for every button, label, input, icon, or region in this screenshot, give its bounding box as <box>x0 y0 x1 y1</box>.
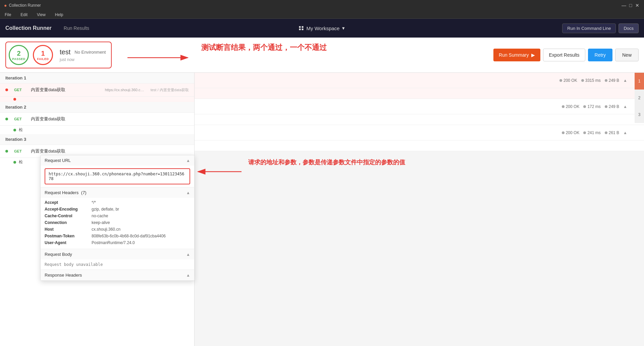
iter2-sub-label: 检 <box>19 127 23 133</box>
method-badge: GET <box>14 117 24 121</box>
right-sub-row-3 <box>195 140 644 151</box>
req-status-1: 200 OK 3315 ms 249 B <box>559 78 619 83</box>
run-environment: No Environment <box>74 50 106 55</box>
tab-run-results[interactable]: Run Results <box>60 19 93 38</box>
request-body-header[interactable]: Request Body ▲ <box>41 249 194 260</box>
menu-view[interactable]: View <box>35 12 48 18</box>
maximize-button[interactable]: □ <box>628 3 633 8</box>
iteration-1-header: Iteration 1 <box>0 73 194 83</box>
status-dot-failed <box>5 89 8 91</box>
body-collapse-icon: ▲ <box>186 252 190 257</box>
response-headers-collapse-icon: ▲ <box>186 273 190 278</box>
titlebar: ● Collection Runner — □ ✕ <box>0 0 644 11</box>
req-status-2: 200 OK 172 ms 249 B <box>562 104 619 109</box>
iter-badge-3[interactable]: 3 <box>635 106 644 123</box>
headers-collapse-icon: ▲ <box>186 190 190 195</box>
sub-status-dot-green-3 <box>13 161 16 164</box>
retry-button[interactable]: Retry <box>588 49 612 61</box>
header-row-accept: Accept */* <box>45 199 190 206</box>
iter3-sub-label: 检 <box>19 159 23 165</box>
iter-badge-1[interactable]: 1 <box>635 73 644 90</box>
sub-status-dot <box>13 98 16 101</box>
new-button[interactable]: New <box>615 49 639 61</box>
url-collapse-icon: ▲ <box>186 158 190 163</box>
table-row[interactable]: GET 内置变量data获取 <box>0 113 194 126</box>
req-status-3: 200 OK 241 ms 261 B <box>562 130 619 135</box>
status-dot-passed <box>5 118 8 120</box>
iteration-3-header: Iteration 3 <box>0 134 194 145</box>
stats-right-buttons: Run Summary ▶ Export Results Retry New <box>493 49 639 61</box>
app-icon: ● <box>4 3 7 8</box>
headers-table: Accept */* Accept-Encoding gzip, deflate… <box>41 198 194 249</box>
menu-help[interactable]: Help <box>53 12 65 18</box>
right-row-2[interactable]: 200 OK 172 ms 249 B ▲ <box>195 99 644 114</box>
header-row-postman-token: Postman-Token 808fe63b-6c0b-4b68-8c0d-da… <box>45 233 190 239</box>
workspace-label: My Workspace <box>307 25 340 31</box>
req-name: 内置变量data获取 <box>31 116 189 122</box>
run-summary-button[interactable]: Run Summary ▶ <box>493 49 540 61</box>
workspace-grid-icon <box>299 26 304 30</box>
size-dot-icon <box>605 79 607 82</box>
export-results-button[interactable]: Export Results <box>543 49 585 61</box>
menu-file[interactable]: File <box>3 12 13 18</box>
right-row-1[interactable]: 200 OK 3315 ms 249 B ▲ <box>195 73 644 88</box>
menubar: File Edit View Help <box>0 11 644 19</box>
annotation-arrow <box>127 51 195 64</box>
header-row-accept-encoding: Accept-Encoding gzip, deflate, br <box>45 206 190 213</box>
method-badge: GET <box>14 149 24 153</box>
header-row-cache-control: Cache-Control no-cache <box>45 213 190 219</box>
request-body-value: Request body unavailable <box>41 260 194 270</box>
response-headers-header[interactable]: Response Headers ▲ <box>41 270 194 280</box>
iter-badges: 1 2 3 <box>635 73 644 123</box>
request-body-section: Request Body ▲ Request body unavailable <box>41 249 194 270</box>
iteration-2-header: Iteration 2 <box>0 102 194 113</box>
annotation-text-1: 测试断言结果，两个通过，一个不通过 <box>201 43 327 53</box>
workspace-dropdown-icon: ▾ <box>342 25 345 31</box>
titlebar-controls: — □ ✕ <box>621 3 640 8</box>
app-header: Collection Runner Run Results My Workspa… <box>0 19 644 38</box>
close-button[interactable]: ✕ <box>635 3 640 8</box>
right-sub-row-2 <box>195 114 644 125</box>
main-content: 2 PASSED 1 FAILED test No Environment ju… <box>0 38 644 346</box>
header-row-user-agent: User-Agent PostmanRuntime/7.24.0 <box>45 239 190 246</box>
req-test: test / 内置变量data获取 <box>151 88 189 93</box>
collapse-icon[interactable]: ▲ <box>623 78 627 83</box>
collapse-icon-2[interactable]: ▲ <box>623 104 627 109</box>
passed-count: 2 <box>17 50 20 57</box>
titlebar-title: Collection Runner <box>9 3 621 8</box>
url-value: https://cx.shouji.360.cn/phonearea.php?n… <box>45 168 190 184</box>
request-headers-section: Request Headers (7) ▲ Accept */* Accept-… <box>41 187 194 249</box>
workspace-selector[interactable]: My Workspace ▾ <box>299 25 345 31</box>
run-info: test No Environment just now <box>60 48 106 62</box>
failed-circle: 1 FAILED <box>33 45 53 65</box>
request-url-header[interactable]: Request URL ▲ <box>41 155 194 166</box>
menu-edit[interactable]: Edit <box>18 12 30 18</box>
run-cmdline-button[interactable]: Run In Command Line <box>562 23 616 33</box>
status-dot-passed <box>5 150 8 153</box>
run-summary-arrow-icon: ▶ <box>531 52 535 58</box>
right-sub-row-1 <box>195 88 644 99</box>
header-row-connection: Connection keep-alive <box>45 219 190 226</box>
detail-panel: Request URL ▲ https://cx.shouji.360.cn/p… <box>40 155 195 281</box>
minimize-button[interactable]: — <box>621 3 627 8</box>
request-url-section: Request URL ▲ https://cx.shouji.360.cn/p… <box>41 155 194 187</box>
content-area: Iteration 1 GET 内置变量data获取 https://cx.sh… <box>0 73 644 346</box>
sub-status-dot-green <box>13 129 16 131</box>
req-name: 内置变量data获取 <box>31 148 189 154</box>
run-name: test <box>60 48 70 56</box>
docs-button[interactable]: Docs <box>619 23 639 33</box>
request-headers-header[interactable]: Request Headers (7) ▲ <box>41 187 194 198</box>
req-name: 内置变量data获取 <box>31 87 101 93</box>
stats-box: 2 PASSED 1 FAILED test No Environment ju… <box>5 42 112 68</box>
header-right: Run In Command Line Docs <box>562 23 639 33</box>
table-row[interactable]: GET 内置变量data获取 https://cx.shouji.360.cn/… <box>0 83 194 97</box>
right-row-3[interactable]: 200 OK 241 ms 261 B ▲ <box>195 125 644 140</box>
app-title: Collection Runner <box>5 25 52 31</box>
header-row-host: Host cx.shouji.360.cn <box>45 226 190 233</box>
passed-circle: 2 PASSED <box>9 45 29 65</box>
failed-label: FAILED <box>37 57 49 61</box>
iter-badge-2[interactable]: 2 <box>635 90 644 106</box>
req-url-short: https://cx.shouji.360.cn/... <box>105 88 145 92</box>
collapse-icon-3[interactable]: ▲ <box>623 130 627 135</box>
method-badge: GET <box>14 88 24 92</box>
